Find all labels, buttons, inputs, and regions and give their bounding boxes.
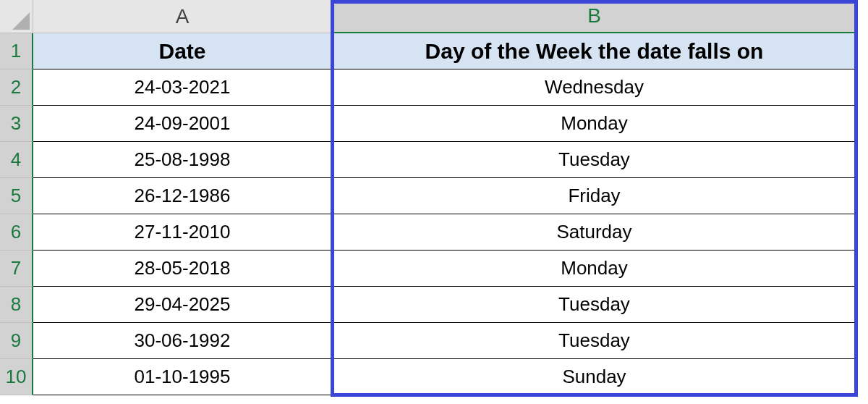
cell-A6[interactable]: 27-11-2010 [33, 214, 332, 251]
row-header-1-label: 1 [11, 40, 21, 62]
column-header-B[interactable]: B [332, 0, 857, 33]
cell-A7-value: 28-05-2018 [135, 257, 231, 279]
row-header-2[interactable]: 2 [0, 70, 33, 106]
cell-A10[interactable]: 01-10-1995 [33, 359, 332, 395]
cell-B4-value: Tuesday [558, 148, 630, 171]
cell-B9-value: Tuesday [558, 329, 630, 352]
cell-A2-value: 24-03-2021 [135, 76, 231, 98]
row-header-10-label: 10 [6, 366, 27, 388]
row-header-4[interactable]: 4 [0, 142, 33, 178]
cell-A3-value: 24-09-2001 [135, 112, 231, 135]
cell-A6-value: 27-11-2010 [135, 221, 231, 243]
row-header-5[interactable]: 5 [0, 178, 33, 214]
row-header-2-label: 2 [11, 76, 21, 98]
cell-B3-value: Monday [561, 112, 628, 135]
cell-B8-value: Tuesday [558, 293, 630, 316]
column-header-A-label: A [176, 5, 190, 28]
row-header-6-label: 6 [11, 221, 21, 243]
cell-A4[interactable]: 25-08-1998 [33, 142, 332, 178]
row-header-10[interactable]: 10 [0, 359, 33, 395]
cell-A4-value: 25-08-1998 [135, 148, 231, 171]
cell-B7-value: Monday [561, 257, 628, 279]
cell-B3[interactable]: Monday [332, 106, 857, 142]
row-header-8[interactable]: 8 [0, 287, 33, 323]
row-header-7[interactable]: 7 [0, 251, 33, 287]
cell-B5[interactable]: Friday [332, 178, 857, 214]
spreadsheet-viewport: A B 1 Date Day of the Week the date fall… [0, 0, 868, 404]
row-header-5-label: 5 [11, 185, 21, 207]
cell-A3[interactable]: 24-09-2001 [33, 106, 332, 142]
cell-B9[interactable]: Tuesday [332, 323, 857, 359]
cell-A9[interactable]: 30-06-1992 [33, 323, 332, 359]
cell-B5-value: Friday [568, 185, 620, 207]
cell-B2-value: Wednesday [545, 76, 644, 98]
cell-B10[interactable]: Sunday [332, 359, 857, 395]
row-header-9[interactable]: 9 [0, 323, 33, 359]
cell-B1[interactable]: Day of the Week the date falls on [332, 33, 857, 70]
spreadsheet-grid: A B 1 Date Day of the Week the date fall… [0, 0, 868, 395]
row-header-7-label: 7 [11, 257, 21, 279]
row-header-8-label: 8 [11, 293, 21, 316]
cell-B7[interactable]: Monday [332, 251, 857, 287]
cell-A8[interactable]: 29-04-2025 [33, 287, 332, 323]
cell-A1[interactable]: Date [33, 33, 332, 70]
row-header-4-label: 4 [11, 148, 21, 171]
cell-B1-value: Day of the Week the date falls on [425, 39, 764, 64]
cell-A9-value: 30-06-1992 [135, 329, 231, 352]
cell-B2[interactable]: Wednesday [332, 70, 857, 106]
cell-A1-value: Date [158, 39, 205, 64]
cell-A2[interactable]: 24-03-2021 [33, 70, 332, 106]
row-header-9-label: 9 [11, 329, 21, 352]
cell-A5[interactable]: 26-12-1986 [33, 178, 332, 214]
row-header-3[interactable]: 3 [0, 106, 33, 142]
row-header-3-label: 3 [11, 112, 21, 135]
cell-A8-value: 29-04-2025 [135, 293, 231, 316]
row-header-1[interactable]: 1 [0, 33, 33, 70]
cell-B8[interactable]: Tuesday [332, 287, 857, 323]
select-all-corner[interactable] [0, 0, 33, 33]
column-header-B-label: B [587, 4, 601, 28]
cell-A5-value: 26-12-1986 [135, 185, 231, 207]
cell-B10-value: Sunday [562, 366, 626, 388]
row-header-6[interactable]: 6 [0, 214, 33, 251]
cell-B6[interactable]: Saturday [332, 214, 857, 251]
column-header-A[interactable]: A [33, 0, 332, 33]
cell-B6-value: Saturday [556, 221, 631, 243]
cell-A10-value: 01-10-1995 [135, 366, 231, 388]
cell-A7[interactable]: 28-05-2018 [33, 251, 332, 287]
cell-B4[interactable]: Tuesday [332, 142, 857, 178]
